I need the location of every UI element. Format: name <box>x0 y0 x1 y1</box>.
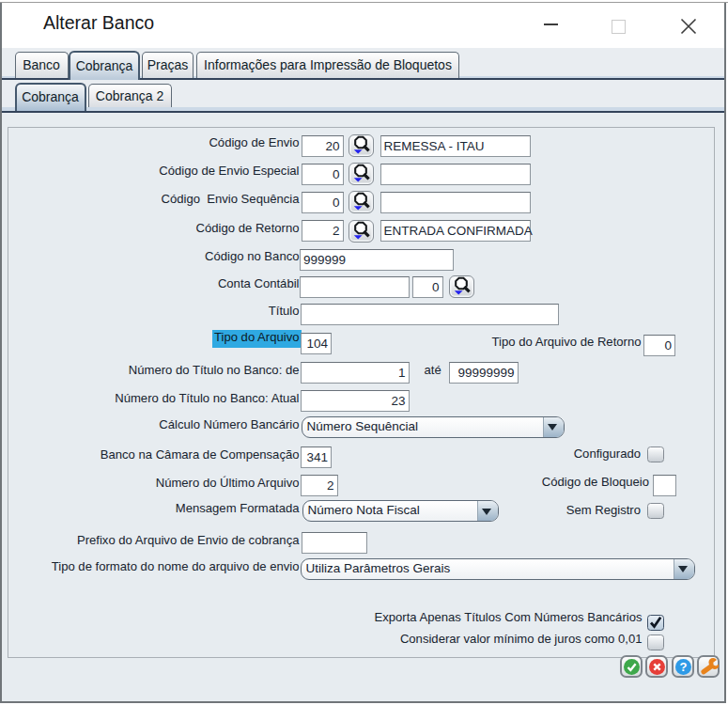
svg-text:?: ? <box>679 659 687 673</box>
